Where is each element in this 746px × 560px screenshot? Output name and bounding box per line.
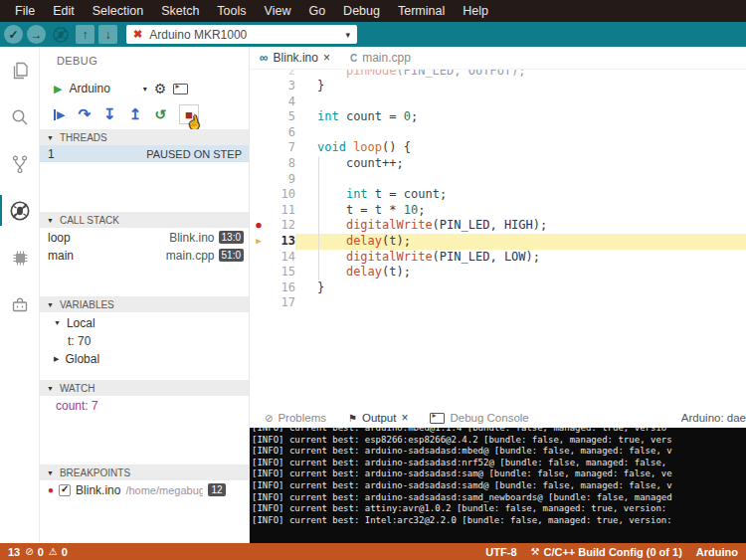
stack-frame-row[interactable]: loop Blink.ino 13:0 bbox=[40, 229, 249, 246]
code-line-7[interactable]: 7void loop() { bbox=[250, 140, 746, 156]
gutter[interactable] bbox=[250, 79, 268, 94]
menu-edit[interactable]: Edit bbox=[44, 0, 84, 22]
gear-icon[interactable]: ⚙ bbox=[154, 81, 167, 96]
code-line-17[interactable]: 17 bbox=[250, 295, 746, 311]
upload-button[interactable]: → bbox=[27, 25, 46, 44]
watch-section-header[interactable]: ▼ WATCH bbox=[40, 380, 249, 396]
variables-section-header[interactable]: ▼ VARIABLES bbox=[40, 296, 249, 312]
board-selector[interactable]: ✖ Arduino MKR1000 ▾ bbox=[126, 25, 357, 44]
sidebar-item-boards-manager[interactable] bbox=[0, 234, 39, 280]
sidebar-item-search[interactable] bbox=[0, 93, 39, 140]
breakpoint-row[interactable]: ● Blink.ino /home/megabug/Arduino... 12 bbox=[40, 481, 249, 498]
code-line-15[interactable]: 15 delay(t); bbox=[250, 265, 746, 280]
gutter[interactable] bbox=[250, 250, 268, 266]
continue-button[interactable]: ▶ bbox=[54, 109, 65, 120]
menu-selection[interactable]: Selection bbox=[84, 0, 152, 22]
code-line-8[interactable]: 8 count++; bbox=[250, 156, 746, 172]
line-text: delay(t); bbox=[295, 234, 746, 250]
debug-console-icon[interactable] bbox=[173, 84, 188, 94]
gutter[interactable]: ▶ bbox=[250, 234, 268, 250]
breakpoint-dot-icon[interactable]: ● bbox=[256, 218, 261, 234]
code-line-2[interactable]: 2 pinMode(PIN_LED, OUTPUT); bbox=[250, 70, 746, 79]
sidebar-item-debug[interactable] bbox=[0, 187, 39, 234]
encoding-indicator[interactable]: UTF-8 bbox=[485, 546, 516, 558]
breakpoints-section-header[interactable]: ▼ BREAKPOINTS bbox=[40, 465, 249, 480]
sidebar-item-library-manager[interactable] bbox=[0, 280, 39, 327]
step-over-button[interactable]: ↷ bbox=[78, 105, 91, 123]
gutter[interactable] bbox=[250, 265, 268, 280]
code-line-6[interactable]: 6 bbox=[250, 125, 746, 141]
code-line-9[interactable]: 9 bbox=[250, 172, 746, 188]
step-out-button[interactable]: ↥ bbox=[129, 105, 142, 123]
upload-programmer-button[interactable]: ↑ bbox=[76, 25, 94, 44]
stack-frame-row[interactable]: main main.cpp 51:0 bbox=[40, 247, 249, 264]
errors-indicator[interactable]: ⊘ 0 bbox=[25, 546, 44, 558]
build-config-indicator[interactable]: ⚒ C/C++ Build Config (0 of 1) bbox=[531, 546, 682, 558]
gutter[interactable] bbox=[250, 125, 268, 141]
gutter[interactable] bbox=[250, 172, 268, 188]
sidebar-item-explorer[interactable] bbox=[0, 47, 39, 93]
code-line-11[interactable]: 11 t = t * 10; bbox=[250, 203, 746, 219]
variables-global-group[interactable]: ▶ Global bbox=[40, 350, 249, 367]
gutter[interactable] bbox=[250, 140, 268, 156]
variables-local-group[interactable]: ▼ Local bbox=[40, 314, 249, 331]
code-line-10[interactable]: 10 int t = count; bbox=[250, 187, 746, 203]
menu-file[interactable]: File bbox=[6, 0, 44, 22]
sidebar-item-source-control[interactable] bbox=[0, 140, 39, 187]
start-debug-icon[interactable]: ▶ bbox=[54, 83, 62, 95]
threads-section-header[interactable]: ▼ THREADS bbox=[40, 129, 249, 145]
tab-main-cpp[interactable]: C main.cpp bbox=[340, 47, 421, 69]
code-line-12[interactable]: ●12 digitalWrite(PIN_LED, HIGH); bbox=[250, 218, 746, 234]
menu-bar: FileEditSelectionSketchToolsViewGoDebugT… bbox=[0, 0, 746, 22]
gutter[interactable] bbox=[250, 280, 268, 296]
watch-item[interactable]: count: 7 bbox=[40, 397, 249, 414]
output-channel-selector[interactable]: Arduino: dae bbox=[681, 412, 746, 424]
gutter[interactable]: ● bbox=[250, 218, 268, 234]
menu-help[interactable]: Help bbox=[454, 0, 497, 22]
call-stack-section-header[interactable]: ▼ CALL STACK bbox=[40, 212, 249, 228]
menu-view[interactable]: View bbox=[256, 0, 300, 22]
warnings-indicator[interactable]: ⚠ 0 bbox=[49, 546, 68, 558]
gutter[interactable] bbox=[250, 156, 268, 172]
code-line-14[interactable]: 14 digitalWrite(PIN_LED, LOW); bbox=[250, 250, 746, 266]
menu-tools[interactable]: Tools bbox=[208, 0, 255, 22]
tab-label: Blink.ino bbox=[274, 51, 318, 65]
code-line-13[interactable]: ▶13 delay(t); bbox=[250, 234, 746, 250]
close-icon[interactable]: × bbox=[401, 411, 408, 425]
verify-button[interactable]: ✓ bbox=[4, 25, 23, 44]
gutter[interactable] bbox=[250, 109, 268, 125]
variable-item[interactable]: t: 70 bbox=[40, 332, 249, 349]
gutter[interactable] bbox=[250, 70, 268, 73]
menu-debug[interactable]: Debug bbox=[334, 0, 389, 22]
stop-button[interactable]: ■ ☝ bbox=[179, 104, 199, 124]
gutter[interactable] bbox=[250, 187, 268, 203]
restart-button[interactable]: ↺ bbox=[154, 106, 166, 122]
tab-problems[interactable]: ⊘ Problems bbox=[254, 408, 337, 428]
download-button[interactable]: ↓ bbox=[98, 25, 117, 44]
tab-blink-ino[interactable]: ∞ Blink.ino × bbox=[250, 47, 340, 69]
board-status-indicator[interactable]: Arduino bbox=[696, 546, 738, 558]
close-icon[interactable]: × bbox=[323, 51, 330, 65]
code-line-16[interactable]: 16} bbox=[250, 280, 746, 296]
breakpoint-line-badge: 12 bbox=[208, 483, 225, 496]
gutter[interactable] bbox=[250, 295, 268, 311]
menu-terminal[interactable]: Terminal bbox=[389, 0, 454, 22]
code-area[interactable]: 2 pinMode(PIN_LED, OUTPUT);3}45int count… bbox=[250, 70, 746, 408]
menu-go[interactable]: Go bbox=[299, 0, 334, 22]
code-line-4[interactable]: 4 bbox=[250, 94, 746, 110]
thread-row[interactable]: 1 PAUSED ON STEP bbox=[40, 145, 249, 162]
tab-output[interactable]: ⚑ Output × bbox=[337, 408, 420, 428]
gutter[interactable] bbox=[250, 94, 268, 110]
menu-sketch[interactable]: Sketch bbox=[152, 0, 208, 22]
launch-config-caret-icon[interactable]: ▾ bbox=[143, 85, 147, 93]
gutter[interactable] bbox=[250, 203, 268, 219]
tab-debug-console[interactable]: Debug Console bbox=[419, 408, 539, 428]
debug-toolbar-button[interactable] bbox=[50, 24, 72, 46]
breakpoint-checkbox[interactable] bbox=[59, 484, 71, 496]
step-into-button[interactable]: ↧ bbox=[103, 105, 116, 123]
code-line-3[interactable]: 3} bbox=[250, 79, 746, 94]
launch-config-name[interactable]: Arduino bbox=[69, 82, 109, 95]
code-line-5[interactable]: 5int count = 0; bbox=[250, 109, 746, 125]
panel-tab-label: Problems bbox=[278, 412, 326, 424]
terminal-output[interactable]: [INFO] current best: arduino:mbed@1.1.4 … bbox=[250, 428, 746, 543]
